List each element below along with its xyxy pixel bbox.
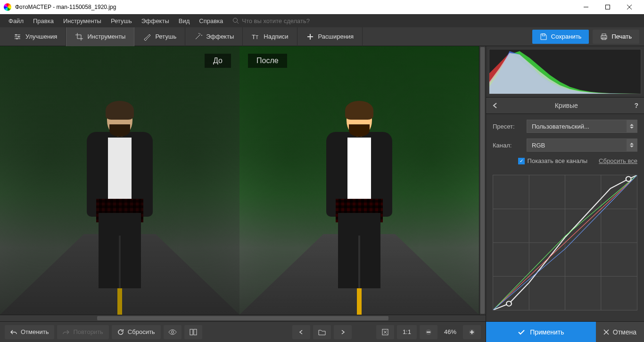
canvas-area: До После Отменить Повторить [0, 46, 486, 342]
chevron-left-icon [298, 329, 304, 335]
redo-icon [63, 329, 69, 335]
curves-editor[interactable] [493, 175, 637, 310]
floppy-icon [540, 33, 547, 41]
svg-point-15 [171, 331, 173, 333]
plus-circle-icon [469, 329, 475, 335]
minimize-button[interactable] [575, 0, 597, 14]
window-title: ФотоМАСТЕР - man-1150058_1920.jpg [15, 4, 575, 10]
sliders-icon [13, 33, 22, 41]
channel-dropdown[interactable]: RGB [527, 138, 637, 152]
svg-rect-16 [190, 329, 193, 335]
save-label: Сохранить [551, 33, 582, 40]
svg-point-4 [233, 18, 238, 23]
next-folder-button[interactable] [334, 325, 352, 339]
reset-button[interactable]: Сбросить [112, 325, 161, 339]
panel-header: Кривые ? [486, 97, 644, 114]
menu-инструменты[interactable]: Инструменты [58, 16, 106, 26]
check-icon [518, 328, 525, 336]
footer-bar: Отменить Повторить Сбросить 1:1 [0, 321, 486, 342]
menu-вид[interactable]: Вид [174, 16, 195, 26]
save-button[interactable]: Сохранить [532, 30, 589, 44]
svg-point-7 [18, 36, 20, 37]
menu-справка[interactable]: Справка [194, 16, 228, 26]
compare-button[interactable] [184, 325, 202, 339]
zoom-1to1-button[interactable]: 1:1 [397, 325, 417, 339]
before-label: До [205, 54, 231, 68]
panel-title: Кривые [498, 102, 634, 109]
print-button[interactable]: Печать [593, 30, 639, 44]
svg-rect-17 [194, 329, 197, 335]
zoom-value: 46% [440, 328, 460, 335]
vertical-scrollbar[interactable] [479, 46, 486, 315]
close-button[interactable] [619, 0, 640, 14]
svg-point-8 [17, 38, 18, 39]
svg-marker-27 [489, 53, 641, 94]
tab-улучшения[interactable]: Улучшения [5, 27, 66, 46]
reset-icon [117, 329, 124, 335]
printer-icon [600, 33, 608, 41]
svg-text:T: T [256, 35, 258, 40]
maximize-button[interactable] [597, 0, 619, 14]
minus-icon [425, 329, 432, 335]
tab-надписи[interactable]: TTНадписи [243, 27, 297, 46]
cancel-button[interactable]: Отмена [596, 322, 644, 342]
brush-icon [143, 33, 151, 41]
compare-icon [190, 328, 197, 336]
svg-line-5 [237, 22, 239, 24]
dropdown-handle-icon [627, 120, 637, 132]
svg-text:T: T [252, 33, 256, 41]
help-icon[interactable]: ? [634, 102, 638, 109]
canvas-before[interactable]: До [0, 46, 239, 315]
sidebar: Кривые ? Пресет: Пользовательский... Кан… [486, 46, 644, 342]
back-icon[interactable] [492, 102, 498, 109]
svg-point-36 [626, 177, 631, 181]
canvas-after[interactable]: После [239, 46, 479, 315]
reset-all-link[interactable]: Сбросить все [599, 157, 637, 164]
zoom-in-button[interactable] [463, 325, 481, 339]
menu-ретушь[interactable]: Ретушь [106, 16, 137, 26]
zoom-out-button[interactable] [420, 325, 438, 339]
redo-button[interactable]: Повторить [57, 325, 108, 339]
show-original-button[interactable] [164, 325, 182, 339]
tab-инструменты[interactable]: Инструменты [66, 27, 134, 46]
undo-icon [10, 329, 17, 335]
search-input[interactable] [242, 17, 336, 24]
menubar: ФайлПравкаИнструментыРетушьЭффектыВидСпр… [0, 14, 644, 27]
dropdown-handle-icon [627, 139, 637, 151]
open-folder-button[interactable] [313, 325, 331, 339]
crop-icon [75, 33, 83, 41]
print-label: Печать [611, 33, 632, 40]
titlebar: ФотоМАСТЕР - man-1150058_1920.jpg [0, 0, 644, 14]
apply-button[interactable]: Применить [486, 322, 596, 342]
plus-icon [306, 33, 314, 41]
channel-label: Канал: [493, 142, 521, 149]
horizontal-scrollbar[interactable] [0, 315, 486, 321]
tab-расширения[interactable]: Расширения [297, 27, 363, 46]
text-icon: TT [251, 33, 260, 41]
svg-point-35 [506, 301, 512, 306]
svg-rect-13 [602, 34, 606, 36]
tab-ретушь[interactable]: Ретушь [134, 27, 185, 46]
tab-эффекты[interactable]: Эффекты [185, 27, 243, 46]
svg-rect-11 [542, 34, 545, 36]
wand-icon [194, 33, 202, 41]
x-icon [603, 329, 609, 335]
histogram[interactable] [489, 49, 641, 94]
toolbar: УлучшенияИнструментыРетушьЭффектыTTНадпи… [0, 27, 644, 46]
menu-эффекты[interactable]: Эффекты [137, 16, 174, 26]
prev-folder-button[interactable] [292, 325, 310, 339]
show-all-channels-checkbox[interactable]: ✓ Показать все каналы [518, 157, 588, 164]
app-logo-icon [4, 3, 11, 11]
fit-icon [382, 329, 388, 335]
undo-button[interactable]: Отменить [5, 325, 54, 339]
menu-файл[interactable]: Файл [4, 16, 28, 26]
checkmark-icon: ✓ [518, 158, 525, 164]
preset-dropdown[interactable]: Пользовательский... [527, 120, 637, 133]
menu-правка[interactable]: Правка [28, 16, 58, 26]
eye-icon [168, 329, 177, 335]
preset-label: Пресет: [493, 123, 521, 130]
search-icon [232, 17, 239, 24]
fit-screen-button[interactable] [376, 325, 394, 339]
svg-point-6 [16, 34, 17, 35]
folder-icon [318, 329, 326, 335]
